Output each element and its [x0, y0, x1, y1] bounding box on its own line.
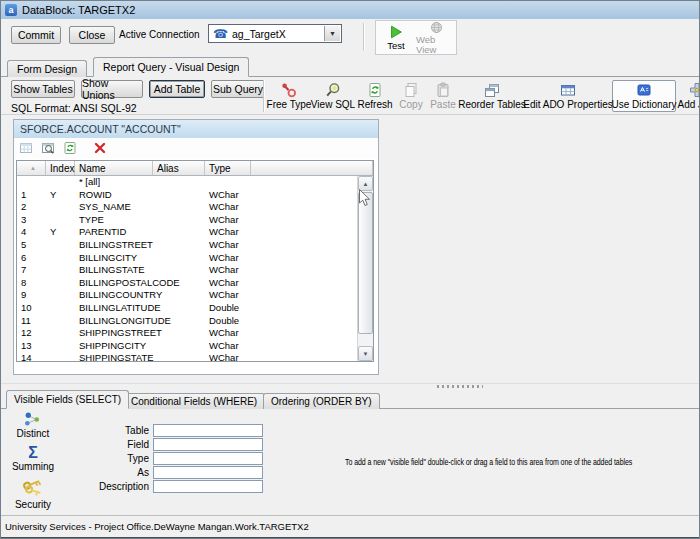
table-field-label: Table — [59, 425, 153, 436]
free-type-button[interactable]: Free Type — [268, 80, 310, 112]
use-dictionary-label: Use Dictionary — [611, 100, 676, 110]
active-connection-label: Active Connection — [119, 29, 200, 40]
connection-value: ag_TargetX — [232, 28, 286, 40]
security-tool[interactable]: Security — [1, 477, 65, 510]
play-icon — [388, 24, 404, 40]
table-row[interactable]: 2 SYS_NAME WChar — [17, 201, 357, 214]
summing-tool[interactable]: Σ Summing — [1, 445, 65, 472]
table-row[interactable]: 4 Y PARENTID WChar — [17, 226, 357, 239]
row-index-cell — [46, 352, 75, 361]
tab-report-query-visual-design[interactable]: Report Query - Visual Design — [93, 57, 249, 77]
refresh-icon — [367, 82, 383, 98]
keys-icon — [21, 477, 45, 499]
row-number-cell: 5 — [17, 239, 46, 252]
field-field-input[interactable] — [153, 438, 263, 451]
col-index-label: Index — [50, 163, 74, 174]
edit-ado-properties-button[interactable]: Edit ADO Properties — [526, 80, 610, 112]
paste-button[interactable]: Paste — [428, 80, 458, 112]
refresh-button[interactable]: Refresh — [356, 80, 394, 112]
copy-button[interactable]: Copy — [396, 80, 426, 112]
fields-grid: ▲ Index Name Alias Type * [all] 1 Y ROWI… — [16, 160, 374, 362]
tab-ordering[interactable]: Ordering (ORDER BY) — [263, 393, 380, 409]
reorder-tables-button[interactable]: Reorder Tables — [460, 80, 524, 112]
table-row[interactable]: 10 BILLINGLATITUDE Double — [17, 302, 357, 315]
scroll-down-button[interactable]: ▼ — [358, 346, 373, 361]
distinct-tool[interactable]: Distinct — [1, 411, 65, 439]
scroll-thumb[interactable] — [358, 192, 373, 334]
table-row[interactable]: 7 BILLINGSTATE WChar — [17, 264, 357, 277]
add-join-button[interactable]: Add Join — [678, 80, 700, 112]
row-alias-cell — [153, 201, 205, 214]
row-number-cell: 13 — [17, 340, 46, 353]
tab-conditional-fields-label: Conditional Fields (WHERE) — [131, 396, 257, 407]
table-row[interactable]: 3 TYPE WChar — [17, 214, 357, 227]
table-row[interactable]: 13 SHIPPINGCITY WChar — [17, 340, 357, 353]
type-field-input[interactable] — [153, 452, 263, 465]
workspace-divider — [1, 383, 699, 384]
tab-conditional-fields[interactable]: Conditional Fields (WHERE) — [123, 393, 265, 409]
table-row[interactable]: 14 SHIPPINGSTATE WChar — [17, 352, 357, 361]
as-field-input[interactable] — [153, 466, 263, 479]
paste-icon — [435, 82, 451, 98]
splitter-handle[interactable] — [437, 385, 483, 388]
use-dictionary-button[interactable]: Use Dictionary — [612, 80, 676, 112]
commit-button[interactable]: Commit — [11, 26, 61, 44]
table-row[interactable]: 12 SHIPPINGSTREET WChar — [17, 327, 357, 340]
view-sql-button[interactable]: View SQL — [312, 80, 354, 112]
table-row[interactable]: 9 BILLINGCOUNTRY WChar — [17, 289, 357, 302]
grid-header-index[interactable]: Index — [46, 161, 75, 175]
row-number-cell — [17, 176, 46, 189]
row-name-cell: SHIPPINGCITY — [75, 340, 153, 353]
description-field-label: Description — [59, 481, 153, 492]
dropdown-arrow-button[interactable]: ▼ — [324, 26, 340, 41]
grid-header-name[interactable]: Name — [75, 161, 153, 175]
row-number-cell: 10 — [17, 302, 46, 315]
tab-form-design[interactable]: Form Design — [7, 60, 87, 77]
row-index-cell — [46, 239, 75, 252]
table-panel-header[interactable]: SFORCE.ACCOUNT "ACCOUNT" — [14, 120, 378, 138]
add-table-button[interactable]: Add Table — [149, 80, 205, 98]
refresh-table-icon[interactable] — [63, 141, 77, 155]
grid-header-type[interactable]: Type — [205, 161, 251, 175]
table-grid-icon[interactable] — [19, 141, 33, 155]
toolbar-separator — [363, 23, 365, 51]
table-row[interactable]: 1 Y ROWID WChar — [17, 189, 357, 202]
title-bar[interactable]: a DataBlock: TARGETX2 — [1, 1, 699, 19]
window-title: DataBlock: TARGETX2 — [22, 4, 135, 16]
row-name-cell: SHIPPINGSTREET — [75, 327, 153, 340]
row-alias-cell — [153, 252, 205, 265]
show-unions-button[interactable]: Show Unions — [81, 80, 143, 98]
row-name-cell: BILLINGSTREET — [75, 239, 153, 252]
close-button-label: Close — [79, 29, 106, 41]
toolbar-separator — [263, 80, 265, 112]
test-button[interactable]: Test — [376, 21, 416, 54]
delete-table-icon[interactable] — [93, 141, 107, 155]
close-button[interactable]: Close — [69, 26, 115, 44]
add-join-label: Add Join — [678, 100, 700, 110]
show-tables-button[interactable]: Show Tables — [11, 80, 75, 98]
web-view-button[interactable]: Web View — [416, 21, 456, 54]
row-name-cell: BILLINGPOSTALCODE — [75, 277, 153, 290]
table-row[interactable]: 11 BILLINGLONGITUDE Double — [17, 315, 357, 328]
connection-dropdown[interactable]: ☎ ag_TargetX ▼ — [208, 24, 342, 43]
sub-query-button[interactable]: Sub Query — [211, 80, 265, 98]
grid-header-indicator[interactable]: ▲ — [17, 161, 46, 175]
row-name-cell: BILLINGSTATE — [75, 264, 153, 277]
scroll-up-button[interactable]: ▲ — [358, 176, 373, 191]
table-row[interactable]: 6 BILLINGCITY WChar — [17, 252, 357, 265]
row-index-cell — [46, 327, 75, 340]
table-field-input[interactable] — [153, 424, 263, 437]
table-row[interactable]: 5 BILLINGSTREET WChar — [17, 239, 357, 252]
tab-visible-fields[interactable]: Visible Fields (SELECT) — [6, 390, 129, 409]
description-field-input[interactable] — [153, 480, 263, 493]
free-type-icon — [281, 82, 297, 98]
vertical-scrollbar[interactable]: ▲ ▼ — [357, 176, 373, 361]
design-tab-strip: Form Design Report Query - Visual Design — [1, 57, 699, 77]
table-row[interactable]: * [all] — [17, 176, 357, 189]
table-row[interactable]: 8 BILLINGPOSTALCODE WChar — [17, 277, 357, 290]
find-in-table-icon[interactable] — [41, 141, 55, 155]
table-panel: SFORCE.ACCOUNT "ACCOUNT" — [13, 119, 379, 375]
sql-format-label: SQL Format: ANSI SQL-92 — [11, 102, 137, 114]
grid-header-alias[interactable]: Alias — [153, 161, 205, 175]
table-panel-title: SFORCE.ACCOUNT "ACCOUNT" — [20, 123, 181, 135]
